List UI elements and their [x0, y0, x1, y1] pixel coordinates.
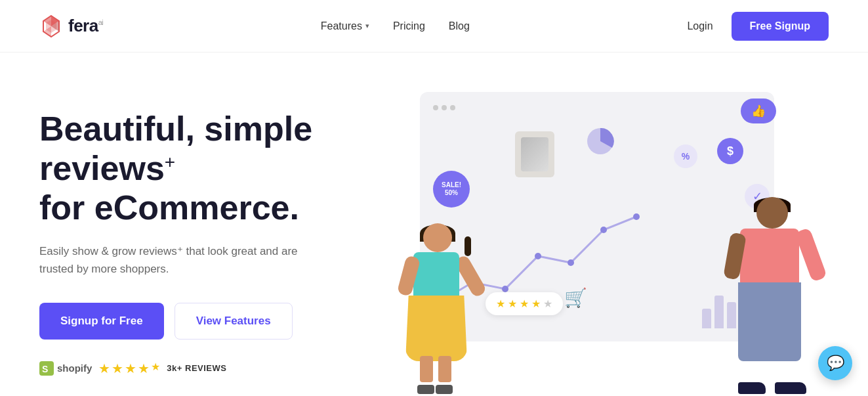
- person-left-skirt: [405, 296, 467, 361]
- star-2: ★: [112, 361, 123, 376]
- hero-subtext: Easily show & grow reviews⁺ that look gr…: [39, 242, 315, 278]
- signup-free-button[interactable]: Signup for Free: [39, 303, 164, 340]
- svg-point-12: [568, 259, 574, 266]
- nav-blog[interactable]: Blog: [449, 20, 470, 32]
- percent-icon: %: [682, 151, 690, 162]
- star-5: ★: [151, 361, 160, 376]
- person-right-arm-right: [795, 227, 827, 282]
- person-left: [400, 223, 479, 394]
- view-features-button[interactable]: View Features: [175, 303, 293, 340]
- hero-left: Beautiful, simple reviews+ for eCommerce…: [39, 97, 381, 376]
- hero-illustration: 🛒 ★ ★ ★ ★ ★ 👍 $ % ✓ SALE!5: [381, 79, 829, 394]
- cart-icon: 🛒: [564, 287, 587, 309]
- chevron-down-icon: ▾: [365, 22, 369, 30]
- person-right: [730, 197, 816, 394]
- login-button[interactable]: Login: [687, 20, 713, 32]
- fstar-2: ★: [508, 297, 517, 310]
- hero-headline: Beautiful, simple reviews+ for eCommerce…: [39, 110, 381, 227]
- nav-right: Login Free Signup: [687, 12, 829, 41]
- svg-point-10: [502, 286, 508, 292]
- person-right-shoe-left: [738, 382, 766, 394]
- star-rating: ★ ★ ★ ★ ★: [98, 361, 160, 376]
- fstar-5: ★: [543, 297, 552, 310]
- person-left-head: [423, 223, 452, 252]
- main-nav: Features ▾ Pricing Blog: [321, 20, 470, 32]
- nav-pricing[interactable]: Pricing: [393, 20, 425, 32]
- dot-3: [450, 105, 455, 110]
- person-left-leg-right: [438, 356, 451, 382]
- person-left-shoe-left: [417, 385, 434, 394]
- hero-section: Beautiful, simple reviews+ for eCommerce…: [0, 53, 868, 396]
- chat-widget[interactable]: 💬: [818, 346, 852, 380]
- sale-text: SALE!50%: [442, 181, 461, 197]
- window-dots: [433, 105, 761, 110]
- svg-text:S: S: [42, 364, 48, 374]
- shopify-badge: S shopify: [39, 361, 92, 376]
- person-right-pants: [738, 282, 801, 361]
- reviews-count: 3k+ REVIEWS: [167, 363, 226, 373]
- like-bubble: 👍: [741, 99, 776, 123]
- cta-row: Signup for Free View Features: [39, 303, 381, 340]
- star-1: ★: [98, 361, 110, 376]
- pie-svg: [584, 125, 617, 158]
- person-left-shoe-right: [436, 385, 453, 394]
- person-left-ponytail: [465, 236, 471, 256]
- chat-icon: 💬: [827, 355, 844, 372]
- dot-1: [433, 105, 438, 110]
- photo-card: [515, 131, 554, 177]
- nav-features[interactable]: Features ▾: [321, 20, 369, 32]
- photo-thumbnail: [521, 137, 548, 171]
- pie-chart: [584, 125, 617, 158]
- person-left-leg-left: [420, 356, 433, 382]
- star-4: ★: [138, 361, 150, 376]
- bar-1: [702, 309, 711, 328]
- bar-2: [714, 296, 724, 328]
- fera-logo-icon: [39, 14, 63, 38]
- percent-bubble: %: [674, 144, 697, 168]
- person-right-top: [740, 229, 799, 288]
- person-right-shoe-right: [775, 382, 806, 394]
- fstar-3: ★: [520, 297, 529, 310]
- sale-badge: SALE!50%: [433, 171, 470, 208]
- rating-bar-float: ★ ★ ★ ★ ★: [486, 292, 563, 315]
- free-signup-button[interactable]: Free Signup: [732, 12, 829, 41]
- svg-point-14: [633, 213, 640, 220]
- reviews-row: S shopify ★ ★ ★ ★ ★ 3k+ REVIEWS: [39, 361, 381, 376]
- dot-2: [442, 105, 447, 110]
- dollar-icon: $: [727, 144, 734, 158]
- fstar-4: ★: [531, 297, 541, 310]
- star-3: ★: [125, 361, 136, 376]
- shopify-icon: S: [39, 361, 54, 376]
- person-right-head: [756, 197, 788, 229]
- svg-point-13: [600, 227, 607, 233]
- logo-text: feraai: [68, 16, 103, 36]
- logo[interactable]: feraai: [39, 14, 103, 38]
- fstar-1: ★: [496, 297, 505, 310]
- svg-point-11: [535, 253, 541, 259]
- thumbs-up-icon: 👍: [751, 104, 766, 118]
- header: feraai Features ▾ Pricing Blog Login Fre…: [0, 0, 868, 53]
- dollar-bubble: $: [717, 138, 743, 164]
- person-left-top: [413, 252, 459, 301]
